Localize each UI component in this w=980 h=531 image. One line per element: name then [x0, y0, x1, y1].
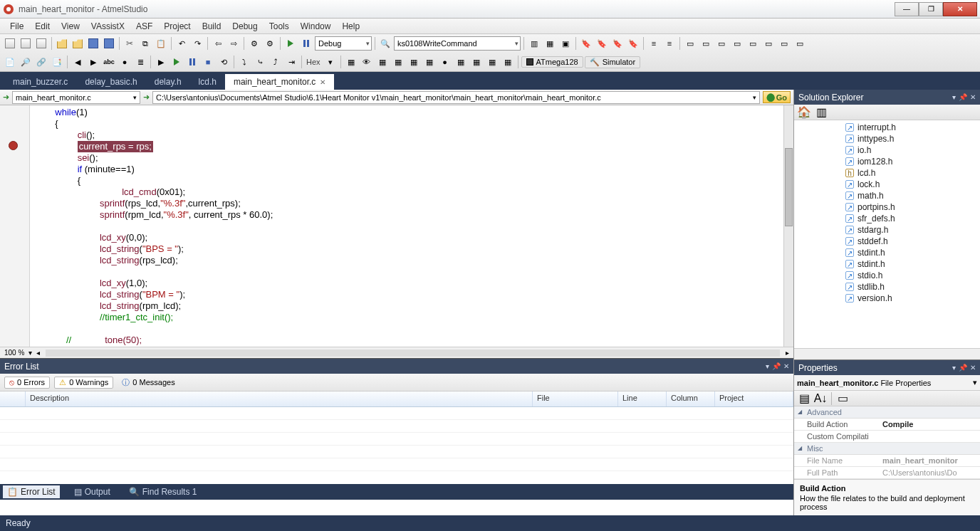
save-button[interactable] — [86, 36, 100, 51]
cut-button[interactable]: ✂ — [123, 36, 137, 51]
prop-obj-dropdown-icon[interactable]: ▾ — [973, 378, 977, 387]
tree-item[interactable]: ↗stdint.h — [794, 247, 980, 258]
menu-edit[interactable]: Edit — [29, 20, 56, 33]
tree-item[interactable]: hlcd.h — [794, 167, 980, 179]
va-prev-button[interactable]: ◀ — [71, 55, 85, 69]
prop-categorized-button[interactable]: ▤ — [797, 391, 811, 406]
window-tile-button[interactable]: ▦ — [543, 36, 557, 51]
tree-item[interactable]: ↗version.h — [794, 293, 980, 304]
tab-main-buzzer[interactable]: main_buzzer.c — [4, 74, 76, 90]
solution-tree[interactable]: ↗interrupt.h↗inttypes.h↗io.h↗iom128.hhlc… — [794, 120, 980, 348]
bottom-tab-find-results[interactable]: 🔍Find Results 1 — [125, 485, 202, 498]
tree-item[interactable]: ↗stdlib.h — [794, 281, 980, 293]
va-outline-button[interactable]: 📑 — [50, 55, 64, 69]
output-button[interactable]: ▦ — [454, 55, 468, 69]
memory-button[interactable]: ▦ — [344, 55, 358, 69]
debug-stop-button[interactable]: ■ — [201, 55, 215, 69]
rebuild-button[interactable]: ⚙ — [263, 36, 277, 51]
breakpoints-button[interactable]: ● — [438, 55, 452, 69]
bookmark-next-button[interactable]: 🔖 — [595, 36, 609, 51]
menu-build[interactable]: Build — [197, 20, 227, 33]
va-list-button[interactable]: ≣ — [133, 55, 147, 69]
col-column[interactable]: Column — [667, 391, 715, 406]
prop-alpha-button[interactable]: A↓ — [813, 391, 828, 406]
maximize-button[interactable]: ❐ — [919, 2, 943, 16]
tree-item[interactable]: ↗stddef.h — [794, 236, 980, 247]
prop-row-full-path[interactable]: Full Path C:\Users\antonius\Do — [794, 467, 980, 479]
se-close-icon[interactable]: ✕ — [970, 93, 976, 101]
menu-help[interactable]: Help — [336, 20, 365, 33]
va-find-symbol-button[interactable]: 🔎 — [19, 55, 33, 69]
tab-lcd[interactable]: lcd.h — [190, 74, 225, 90]
bookmark-prev-button[interactable]: 🔖 — [610, 36, 625, 51]
col-project[interactable]: Project — [715, 391, 793, 406]
menu-asf[interactable]: ASF — [130, 20, 158, 33]
prop-pages-button[interactable]: ▭ — [835, 391, 850, 406]
callstack-button[interactable]: ▦ — [422, 55, 437, 69]
panel-pin-icon[interactable]: 📌 — [772, 362, 781, 370]
debug-start-button[interactable] — [170, 55, 184, 69]
col-line[interactable]: Line — [618, 391, 667, 406]
nav-fwd-button[interactable]: ⇨ — [226, 36, 241, 51]
tool-selector[interactable]: 🔨Simulator — [585, 56, 640, 68]
layout3-button[interactable]: ▭ — [714, 36, 729, 51]
uncomment-button[interactable]: ≡ — [662, 36, 677, 51]
context-combo[interactable]: main_heart_monitor.c▾ — [12, 91, 140, 104]
menu-file[interactable]: File — [4, 20, 29, 33]
menu-project[interactable]: Project — [158, 20, 196, 33]
tree-item[interactable]: ↗portpins.h — [794, 201, 980, 213]
collapse-button[interactable]: ▣ — [558, 36, 573, 51]
io-button[interactable]: ▦ — [391, 55, 405, 69]
tree-item[interactable]: ↗io.h — [794, 144, 980, 156]
bookmark-button[interactable]: 🔖 — [579, 36, 593, 51]
open-button[interactable] — [55, 36, 69, 51]
breakpoint-icon[interactable] — [9, 141, 18, 150]
tree-item[interactable]: ↗inttypes.h — [794, 133, 980, 144]
go-button[interactable]: ⬤Go — [763, 91, 791, 103]
menu-view[interactable]: View — [56, 20, 85, 33]
tree-item[interactable]: ↗sfr_defs.h — [794, 213, 980, 224]
se-menu-icon[interactable]: ▾ — [952, 93, 956, 101]
panel-menu-icon[interactable]: ▾ — [766, 362, 769, 370]
prop-cat-misc[interactable]: Misc — [794, 443, 980, 455]
threads-button[interactable]: ▦ — [501, 55, 515, 69]
zoom-level[interactable]: 100 % — [4, 349, 24, 357]
minimize-button[interactable]: — — [895, 2, 919, 16]
build-button[interactable]: ⚙ — [247, 36, 261, 51]
step-over-button[interactable]: ⤵ — [237, 55, 251, 69]
tree-item[interactable]: ↗stdint.h — [794, 258, 980, 270]
menu-tools[interactable]: Tools — [264, 20, 295, 33]
comment-button[interactable]: ≡ — [647, 36, 661, 51]
editor-vscroll[interactable] — [783, 105, 793, 347]
layout6-button[interactable]: ▭ — [761, 36, 776, 51]
run-to-cursor-button[interactable]: ⇥ — [284, 55, 298, 69]
col-file[interactable]: File — [533, 391, 618, 406]
va-next-button[interactable]: ▶ — [86, 55, 100, 69]
break-all-button[interactable] — [299, 36, 313, 51]
debug-restart-button[interactable]: ⟲ — [217, 55, 231, 69]
open-project-button[interactable] — [71, 36, 85, 51]
search-combo[interactable]: ks0108WriteCommand — [394, 36, 521, 51]
menu-vassistx[interactable]: VAssistX — [85, 20, 130, 33]
hex-label[interactable]: Hex — [305, 58, 322, 66]
find-button[interactable]: 🔍 — [378, 36, 392, 51]
tree-item[interactable]: ↗stdarg.h — [794, 224, 980, 236]
code-editor[interactable]: while(1) { cli(); current_rps = rps; sei… — [0, 105, 793, 358]
step-out-button[interactable]: ⤴ — [269, 55, 283, 69]
tab-delay-basic[interactable]: delay_basic.h — [76, 74, 145, 90]
tree-item[interactable]: ↗interrupt.h — [794, 122, 980, 133]
se-showall-button[interactable]: ▥ — [814, 105, 828, 120]
new-project-button[interactable] — [3, 36, 17, 51]
va-toggle-button[interactable]: ● — [118, 55, 132, 69]
new-file-button[interactable] — [19, 36, 33, 51]
col-description[interactable]: Description — [26, 391, 533, 406]
tree-item[interactable]: ↗stdio.h — [794, 270, 980, 281]
tree-item[interactable]: ↗math.h — [794, 190, 980, 201]
add-item-button[interactable] — [34, 36, 48, 51]
hscroll-left-icon[interactable]: ◂ — [36, 349, 40, 357]
gutter[interactable] — [0, 105, 30, 358]
start-debug-button[interactable] — [283, 36, 298, 51]
prop-row-build-action[interactable]: Build Action Compile — [794, 419, 980, 431]
layout4-button[interactable]: ▭ — [730, 36, 744, 51]
pr-menu-icon[interactable]: ▾ — [952, 364, 956, 372]
